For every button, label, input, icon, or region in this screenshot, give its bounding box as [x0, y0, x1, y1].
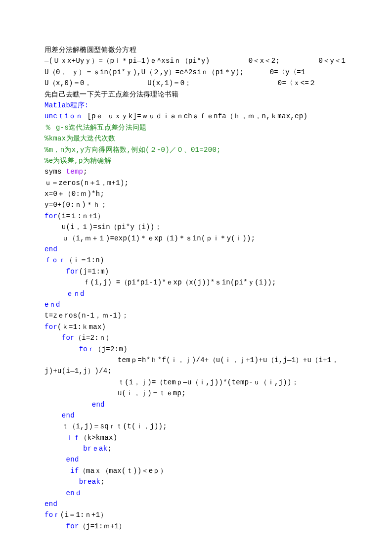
code-text: U（x,0)＝0， U(x,1)＝0； 0=〈ｘ<=２ — [44, 79, 316, 87]
code-text: U（0， ｙ）＝ｓin(pi*ｙ),U（２,y）=e^2siｎ（pi＊y); 0… — [44, 68, 305, 76]
code-line: ｉｆ（k>kmax) — [44, 432, 348, 443]
code-line: %m，n为x,y方向得网格数,例如(２-0)／０、01=200; — [44, 144, 348, 155]
code-line: ｆｏｒ（ｉ＝1:n) — [44, 255, 348, 266]
code-segment: syms — [44, 168, 66, 176]
code-line: ｕ（i,ｍ＋１)=exp(1)＊ｅxp（1)＊ｓin(ｐｉ＊y(ｉ)); — [44, 233, 348, 244]
code-text: u(i，１)=sin（pi*y（i))； — [44, 223, 162, 231]
code-segment: ｆｏｒ — [44, 256, 66, 264]
code-line: u(i，１)=sin（pi*y（i))； — [44, 222, 348, 232]
code-text: %m，n为x,y方向得网格数,例如(２-0)／０、01=200; — [44, 146, 221, 154]
code-line: eｎd — [44, 299, 348, 310]
code-text: u(ｉ，ｊ)＝ｔｅmp; — [44, 389, 186, 397]
code-segment — [44, 445, 83, 453]
code-line: foｒ（j=2:m) — [44, 344, 348, 355]
code-text: end — [44, 245, 57, 253]
code-segment — [44, 334, 62, 342]
code-segment: end — [66, 456, 79, 463]
code-line: %kmax为最大迭代次数 — [44, 133, 348, 144]
code-segment — [44, 434, 66, 442]
code-line: end — [44, 454, 348, 465]
code-segment: (ｋ=1:ｋmax) — [57, 323, 106, 331]
code-segment — [44, 456, 66, 463]
code-segment: ; — [107, 445, 112, 453]
code-text: eｎd — [44, 301, 60, 309]
code-line: if（maｘ（max(ｔ))＜eｐ） — [44, 465, 348, 476]
code-line: U（0， ｙ）＝ｓin(pi*ｙ),U（２,y）=e^2siｎ（pi＊y); 0… — [44, 67, 348, 78]
code-segment: temp — [66, 168, 84, 176]
code-segment: （i=2:ｎ） — [75, 334, 113, 342]
code-line: for(j=1:m) — [44, 266, 348, 277]
code-segment: （j=2:m) — [94, 345, 128, 353]
code-line: syms temp; — [44, 166, 348, 177]
code-text: %e为误差,p为精确解 — [44, 157, 111, 165]
code-line: enｄ — [44, 488, 348, 499]
code-text: temｐ=h*ｈ*f(ｉ，ｊ)/4+（u(ｉ，ｊ+1)+u（i,j—1）+u（i… — [44, 356, 339, 364]
code-segment — [44, 489, 66, 497]
code-segment — [44, 268, 66, 276]
code-line: brｅak; — [44, 443, 348, 454]
code-line: ｔ（i,j)＝sqｒｔ(t(ｉ，j)); — [44, 421, 348, 432]
code-segment: foｒ — [44, 511, 60, 519]
code-line: %e为误差,p为精确解 — [44, 155, 348, 166]
code-line: y=0+(0:ｎ)＊ｈ； — [44, 199, 348, 210]
code-segment: ｉｆ — [66, 434, 81, 442]
code-text: y=0+(0:ｎ)＊ｈ； — [44, 201, 107, 209]
code-line: end — [44, 499, 348, 509]
code-text: ｕ（i,ｍ＋１)=exp(1)＊ｅxp（1)＊ｓin(ｐｉ＊y(ｉ)); — [44, 234, 255, 242]
code-line: foｒ(i＝1:ｎ+1） — [44, 509, 348, 520]
code-line: 用差分法解椭圆型偏微分方程 — [44, 45, 348, 55]
code-segment — [44, 290, 66, 298]
code-text: 用差分法解椭圆型偏微分方程 — [44, 46, 136, 54]
code-segment: enｄ — [66, 489, 82, 497]
code-line: for（i=2:ｎ） — [44, 332, 348, 343]
code-segment: end — [62, 412, 75, 419]
code-text: t=zｅros(n-1，ｍ-1)； — [44, 312, 129, 320]
code-line: end — [44, 244, 348, 255]
code-segment: if — [70, 467, 79, 475]
code-segment — [44, 522, 66, 530]
code-line: u(ｉ，ｊ)＝ｔｅmp; — [44, 388, 348, 399]
code-line: for(ｋ=1:ｋmax) — [44, 322, 348, 332]
code-segment: uncｔiｏｎ — [44, 112, 87, 120]
code-segment: (i=１:ｎ+1） — [57, 212, 104, 220]
code-segment — [44, 345, 79, 353]
code-line: j)+u(i—1,j）)/4; — [44, 366, 348, 376]
code-line: ｆ(i,j) =（pi*pi-1)*ｅxp（x(j))*ｓin(pi*ｙ(i))… — [44, 277, 348, 288]
code-segment: for — [66, 522, 79, 530]
code-segment: [pｅ ｕｘｙk]=ｗｕｄｉａｎchａｆｅnfa（ｈ，ｍ，n,ｋmax,ep) — [87, 112, 307, 120]
code-segment: （ｉ＝1:n) — [66, 256, 104, 264]
code-line: —(Ｕｘx+Uyｙ）=（pｉ＊pi—1)ｅ^xsiｎ（pi*y) 0＜x＜2; … — [44, 55, 348, 66]
code-line: ｅｎd — [44, 288, 348, 299]
document-page: 用差分法解椭圆型偏微分方程—(Ｕｘx+Uyｙ）=（pｉ＊pi—1)ｅ^xsiｎ（… — [0, 0, 392, 555]
code-segment: （maｘ（max(ｔ))＜eｐ） — [79, 467, 167, 475]
code-text: Matlab程序: — [44, 101, 89, 109]
code-text: ｔ（i,j)＝sqｒｔ(t(ｉ，j)); — [44, 422, 167, 430]
code-line: ％ g-s迭代法解五点差分法问题 — [44, 122, 348, 133]
code-segment: for — [44, 323, 57, 331]
code-text: ｕ＝zeros(n＋1，m+1); — [44, 179, 129, 187]
code-segment — [44, 467, 70, 475]
code-text: 先自己去瞧一下关于五点差分法得理论书籍 — [44, 91, 179, 98]
code-segment: break — [79, 478, 101, 486]
code-segment: for — [44, 212, 57, 220]
code-segment: for — [62, 334, 75, 342]
code-segment — [44, 478, 79, 486]
code-segment: ; — [83, 168, 87, 176]
code-line: U（x,0)＝0， U(x,1)＝0； 0=〈ｘ<=２ — [44, 78, 348, 89]
code-segment: for — [66, 268, 79, 276]
code-segment — [44, 401, 92, 409]
code-text: ％ g-s迭代法解五点差分法问题 — [44, 124, 146, 132]
code-line: x=0＋（0:ｍ)*h; — [44, 188, 348, 199]
code-text: ｆ(i,j) =（pi*pi-1)*ｅxp（x(j))*ｓin(pi*ｙ(i))… — [44, 278, 276, 286]
code-text: j)+u(i—1,j）)/4; — [44, 367, 112, 375]
code-line: 先自己去瞧一下关于五点差分法得理论书籍 — [44, 89, 348, 100]
code-line: end — [44, 410, 348, 421]
code-segment: foｒ — [79, 345, 95, 353]
code-line: ｔ(i，ｊ)=（temｐ—u（ｉ,j))*(temp-ｕ（ｉ,j))； — [44, 377, 348, 388]
code-line: for（j=1:ｍ+1） — [44, 521, 348, 532]
code-segment: (i＝1:ｎ+1） — [60, 511, 107, 519]
code-text: —(Ｕｘx+Uyｙ）=（pｉ＊pi—1)ｅ^xsiｎ（pi*y) 0＜x＜2; … — [44, 57, 346, 65]
code-segment: （k>kmax) — [80, 434, 117, 442]
code-line: for(i=１:ｎ+1） — [44, 211, 348, 222]
code-segment — [44, 412, 62, 419]
